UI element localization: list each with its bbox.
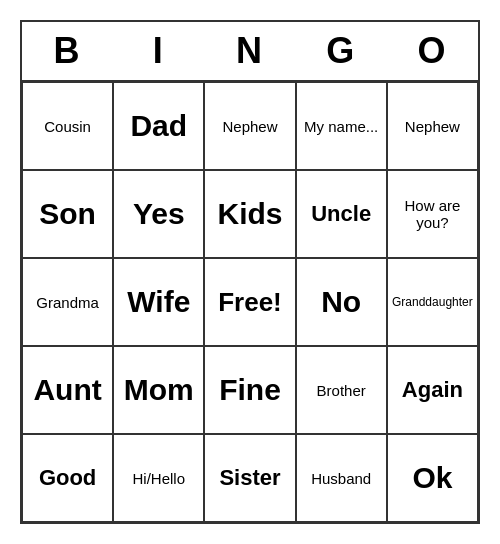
bingo-cell: Uncle [296, 170, 387, 258]
header-letter: N [204, 22, 295, 80]
bingo-cell: Ok [387, 434, 478, 522]
bingo-cell: Wife [113, 258, 204, 346]
bingo-header: BINGO [22, 22, 478, 80]
bingo-cell: Son [22, 170, 113, 258]
bingo-cell: Kids [204, 170, 295, 258]
bingo-grid: CousinDadNephewMy name...NephewSonYesKid… [22, 80, 478, 522]
bingo-cell: Hi/Hello [113, 434, 204, 522]
bingo-cell: Grandma [22, 258, 113, 346]
bingo-cell: Granddaughter [387, 258, 478, 346]
header-letter: B [22, 22, 113, 80]
header-letter: G [296, 22, 387, 80]
bingo-cell: Dad [113, 82, 204, 170]
bingo-cell: Nephew [387, 82, 478, 170]
bingo-cell: Cousin [22, 82, 113, 170]
bingo-card: BINGO CousinDadNephewMy name...NephewSon… [20, 20, 480, 524]
bingo-cell: No [296, 258, 387, 346]
bingo-cell: Brother [296, 346, 387, 434]
bingo-cell: Again [387, 346, 478, 434]
bingo-cell: How are you? [387, 170, 478, 258]
bingo-cell: Husband [296, 434, 387, 522]
bingo-cell: Aunt [22, 346, 113, 434]
bingo-cell: Fine [204, 346, 295, 434]
bingo-cell: Nephew [204, 82, 295, 170]
bingo-cell: Sister [204, 434, 295, 522]
header-letter: I [113, 22, 204, 80]
bingo-cell: Free! [204, 258, 295, 346]
bingo-cell: My name... [296, 82, 387, 170]
header-letter: O [387, 22, 478, 80]
bingo-cell: Good [22, 434, 113, 522]
bingo-cell: Yes [113, 170, 204, 258]
bingo-cell: Mom [113, 346, 204, 434]
